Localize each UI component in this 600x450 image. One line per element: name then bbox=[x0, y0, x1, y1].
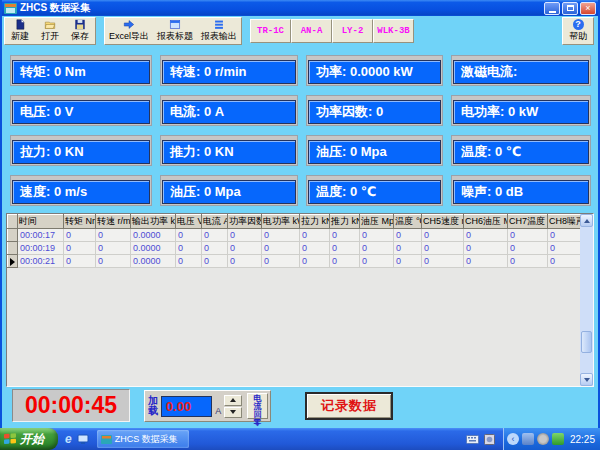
volume-tray-icon[interactable] bbox=[537, 433, 549, 445]
table-cell[interactable]: 0 bbox=[64, 242, 96, 255]
table-cell[interactable]: 0.0000 bbox=[131, 242, 176, 255]
restore-button[interactable] bbox=[562, 2, 578, 15]
table-cell[interactable]: 0 bbox=[422, 255, 464, 268]
load-current-input[interactable]: 0.00 bbox=[161, 396, 212, 417]
table-cell[interactable]: 0 bbox=[330, 255, 360, 268]
close-button[interactable]: × bbox=[580, 2, 596, 15]
table-cell[interactable]: 00:00:19 bbox=[18, 242, 64, 255]
save-button[interactable]: 保存 bbox=[65, 18, 95, 44]
table-cell[interactable]: 0 bbox=[394, 242, 422, 255]
table-cell[interactable]: 0 bbox=[464, 229, 508, 242]
table-cell[interactable]: 0 bbox=[262, 242, 300, 255]
help-button[interactable]: ? 帮助 bbox=[562, 17, 594, 45]
table-cell[interactable]: 0 bbox=[330, 229, 360, 242]
column-header[interactable]: 推力 kN bbox=[330, 215, 360, 229]
device-button-4[interactable]: WLK-3B bbox=[373, 19, 414, 43]
table-cell[interactable]: 0 bbox=[508, 255, 548, 268]
table-cell[interactable]: 00:00:21 bbox=[18, 255, 64, 268]
table-cell[interactable]: 0 bbox=[202, 255, 228, 268]
table-cell[interactable]: 0.0000 bbox=[131, 255, 176, 268]
network-tray-icon[interactable] bbox=[522, 433, 534, 445]
table-cell[interactable]: 0 bbox=[96, 229, 131, 242]
keyboard-icon[interactable] bbox=[466, 435, 479, 444]
table-cell[interactable]: 0 bbox=[464, 255, 508, 268]
table-cell[interactable]: 0 bbox=[64, 229, 96, 242]
open-button[interactable]: 打开 bbox=[35, 18, 65, 44]
column-header[interactable]: 转速 r/min bbox=[96, 215, 131, 229]
column-header[interactable]: 温度 ℃ bbox=[394, 215, 422, 229]
table-cell[interactable]: 0 bbox=[262, 229, 300, 242]
table-cell[interactable]: 0 bbox=[422, 229, 464, 242]
table-cell[interactable]: 0 bbox=[394, 255, 422, 268]
table-cell[interactable]: 0 bbox=[202, 242, 228, 255]
table-cell[interactable]: 0 bbox=[548, 255, 581, 268]
column-header[interactable]: 电功率 kW bbox=[262, 215, 300, 229]
table-cell[interactable]: 0 bbox=[422, 242, 464, 255]
table-cell[interactable]: 0 bbox=[360, 255, 394, 268]
column-header[interactable]: 拉力 kN bbox=[300, 215, 330, 229]
table-row[interactable]: 00:00:21000.0000000000000000 bbox=[8, 255, 581, 268]
show-desktop-icon[interactable] bbox=[77, 434, 89, 445]
taskbar-item-zhcs[interactable]: ZHCS 数据采集 bbox=[97, 430, 189, 448]
minimize-button[interactable] bbox=[544, 2, 560, 15]
device-button-2[interactable]: AN-A bbox=[291, 19, 332, 43]
table-cell[interactable]: 0 bbox=[228, 255, 262, 268]
table-cell[interactable]: 00:00:17 bbox=[18, 229, 64, 242]
table-cell[interactable]: 0 bbox=[64, 255, 96, 268]
device-button-3[interactable]: LY-2 bbox=[332, 19, 373, 43]
table-cell[interactable]: 0 bbox=[300, 229, 330, 242]
excel-export-button[interactable]: Excel导出 bbox=[105, 18, 153, 44]
table-cell[interactable]: 0.0000 bbox=[131, 229, 176, 242]
table-cell[interactable]: 0 bbox=[228, 242, 262, 255]
table-cell[interactable]: 0 bbox=[176, 255, 202, 268]
column-header[interactable]: CH8噪声 dB bbox=[548, 215, 581, 229]
scroll-up-button[interactable] bbox=[580, 214, 593, 227]
column-header[interactable]: CH7温度 ℃ bbox=[508, 215, 548, 229]
column-header[interactable]: CH5速度 m/s bbox=[422, 215, 464, 229]
table-row[interactable]: 00:00:19000.0000000000000000 bbox=[8, 242, 581, 255]
table-cell[interactable]: 0 bbox=[202, 229, 228, 242]
tray-chevron-icon[interactable]: ‹ bbox=[507, 433, 519, 445]
column-header[interactable]: 油压 Mpa bbox=[360, 215, 394, 229]
report-title-button[interactable]: 报表标题 bbox=[153, 18, 197, 44]
table-cell[interactable]: 0 bbox=[508, 242, 548, 255]
column-header[interactable]: 功率因数 bbox=[228, 215, 262, 229]
vertical-scrollbar[interactable] bbox=[580, 214, 593, 386]
column-header[interactable]: CH6油压 Mpa bbox=[464, 215, 508, 229]
column-header[interactable]: 转矩 Nm bbox=[64, 215, 96, 229]
antivirus-tray-icon[interactable] bbox=[552, 433, 564, 445]
current-zero-button[interactable]: 电流回零 bbox=[247, 393, 268, 419]
table-cell[interactable]: 0 bbox=[548, 242, 581, 255]
language-option-icon[interactable] bbox=[484, 434, 495, 445]
scrollbar-thumb[interactable] bbox=[581, 331, 592, 353]
new-button[interactable]: 新建 bbox=[5, 18, 35, 44]
column-header[interactable]: 电流 A bbox=[202, 215, 228, 229]
table-cell[interactable]: 0 bbox=[508, 229, 548, 242]
table-cell[interactable]: 0 bbox=[262, 255, 300, 268]
internet-explorer-icon[interactable]: e bbox=[65, 433, 72, 445]
table-cell[interactable]: 0 bbox=[360, 242, 394, 255]
table-cell[interactable]: 0 bbox=[96, 242, 131, 255]
table-cell[interactable]: 0 bbox=[176, 242, 202, 255]
table-cell[interactable]: 0 bbox=[228, 229, 262, 242]
report-output-button[interactable]: 报表输出 bbox=[197, 18, 241, 44]
table-cell[interactable]: 0 bbox=[360, 229, 394, 242]
table-cell[interactable]: 0 bbox=[300, 242, 330, 255]
start-button[interactable]: 开始 bbox=[0, 428, 58, 450]
spinner-up-button[interactable] bbox=[224, 395, 242, 406]
table-cell[interactable]: 0 bbox=[330, 242, 360, 255]
table-cell[interactable]: 0 bbox=[464, 242, 508, 255]
table-cell[interactable]: 0 bbox=[96, 255, 131, 268]
record-data-button[interactable]: 记录数据 bbox=[305, 392, 393, 420]
column-header[interactable]: 电压 V bbox=[176, 215, 202, 229]
column-header[interactable]: 输出功率 kW bbox=[131, 215, 176, 229]
spinner-down-button[interactable] bbox=[224, 407, 242, 418]
table-cell[interactable]: 0 bbox=[548, 229, 581, 242]
table-row[interactable]: 00:00:17000.0000000000000000 bbox=[8, 229, 581, 242]
table-cell[interactable]: 0 bbox=[300, 255, 330, 268]
table-cell[interactable]: 0 bbox=[176, 229, 202, 242]
scroll-down-button[interactable] bbox=[580, 373, 593, 386]
table-cell[interactable]: 0 bbox=[394, 229, 422, 242]
column-header[interactable]: 时间 bbox=[18, 215, 64, 229]
device-button-1[interactable]: TR-1C bbox=[250, 19, 291, 43]
